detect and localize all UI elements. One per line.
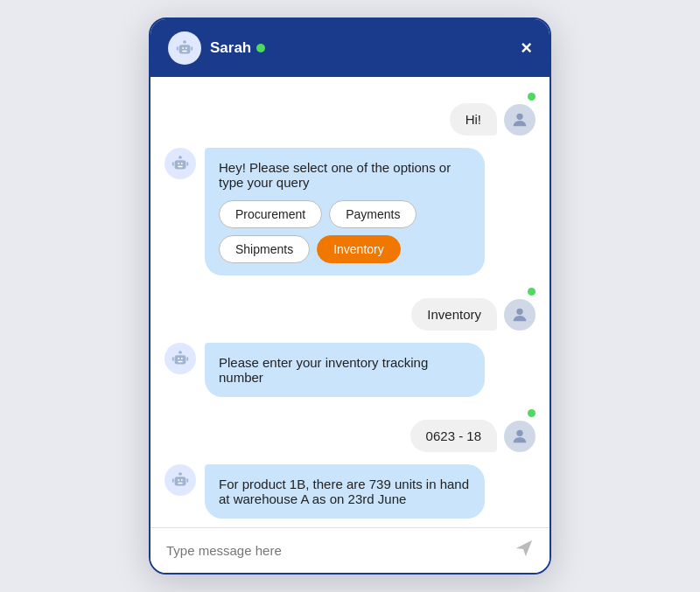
svg-point-26 xyxy=(516,430,522,436)
message-row-user-1: Hi! xyxy=(164,93,536,136)
svg-rect-9 xyxy=(175,160,186,169)
user-avatar-wrap-2 xyxy=(504,288,536,331)
option-buttons: Procurement Payments Shipments Inventory xyxy=(219,200,471,263)
header-left: Sarah xyxy=(168,31,265,65)
user-bubble-1: Hi! xyxy=(450,103,497,136)
svg-rect-11 xyxy=(181,163,183,164)
svg-rect-25 xyxy=(178,361,183,362)
svg-rect-29 xyxy=(181,479,183,481)
chat-header: Sarah × xyxy=(150,19,550,77)
bot-name: Sarah xyxy=(210,39,251,57)
bot-avatar-3 xyxy=(164,464,196,496)
user-bubble-3: 0623 - 18 xyxy=(410,420,497,452)
svg-rect-33 xyxy=(186,478,188,483)
chat-window: Sarah × Hi! xyxy=(149,17,551,575)
send-button[interactable] xyxy=(514,539,534,562)
svg-rect-7 xyxy=(182,51,187,52)
message-row-user-2: Inventory xyxy=(164,288,536,331)
online-dot-2 xyxy=(528,288,536,296)
svg-rect-31 xyxy=(180,472,181,474)
chat-input-area xyxy=(150,527,550,573)
option-procurement[interactable]: Procurement xyxy=(219,200,322,228)
svg-rect-18 xyxy=(175,355,186,364)
svg-rect-19 xyxy=(178,358,179,359)
bot-avatar-1 xyxy=(164,148,196,179)
message-row-user-3: 0623 - 18 xyxy=(164,409,536,452)
svg-point-8 xyxy=(516,114,522,120)
option-payments[interactable]: Payments xyxy=(329,200,416,228)
svg-rect-24 xyxy=(186,357,188,361)
close-button[interactable]: × xyxy=(521,38,532,58)
svg-rect-16 xyxy=(178,166,183,167)
message-row-bot-2: Please enter your inventory tracking num… xyxy=(164,343,536,397)
svg-rect-4 xyxy=(185,40,186,42)
header-name-wrap: Sarah xyxy=(210,39,265,57)
chat-body: Hi! xyxy=(150,77,550,527)
option-inventory[interactable]: Inventory xyxy=(317,235,401,263)
send-icon xyxy=(514,539,534,562)
bot-bubble-3: For product 1B, there are 739 units in h… xyxy=(205,464,485,519)
svg-rect-14 xyxy=(172,162,174,166)
svg-rect-6 xyxy=(191,46,192,51)
user-avatar-3 xyxy=(504,421,536,452)
user-avatar-1 xyxy=(504,104,536,136)
svg-rect-34 xyxy=(178,483,183,484)
user-avatar-wrap-3 xyxy=(504,409,536,452)
user-avatar-2 xyxy=(504,299,536,331)
bot-avatar-header xyxy=(168,31,201,65)
svg-rect-32 xyxy=(172,478,174,483)
svg-point-17 xyxy=(516,309,522,315)
svg-rect-5 xyxy=(177,46,178,51)
online-dot-3 xyxy=(528,409,536,417)
svg-rect-23 xyxy=(172,357,174,361)
user-bubble-2: Inventory xyxy=(411,298,497,331)
bot-message-text-2: Please enter your inventory tracking num… xyxy=(219,355,428,385)
bot-avatar-2 xyxy=(164,343,196,374)
message-row-bot-3: For product 1B, there are 739 units in h… xyxy=(164,464,536,519)
option-shipments[interactable]: Shipments xyxy=(219,235,310,263)
svg-rect-15 xyxy=(186,162,188,166)
svg-rect-27 xyxy=(175,477,186,485)
user-avatar-wrap-1 xyxy=(504,93,536,136)
svg-rect-13 xyxy=(180,156,181,157)
online-dot-1 xyxy=(528,93,536,101)
bot-bubble-2: Please enter your inventory tracking num… xyxy=(205,343,485,397)
bot-bubble-1: Hey! Please select one of the options or… xyxy=(205,148,485,275)
svg-rect-20 xyxy=(181,358,183,359)
chat-input[interactable] xyxy=(166,543,506,558)
svg-rect-10 xyxy=(178,163,179,164)
svg-rect-0 xyxy=(179,45,191,53)
bot-message-text-3: For product 1B, there are 739 units in h… xyxy=(219,477,469,506)
online-indicator-header xyxy=(256,44,265,52)
message-row-bot-1: Hey! Please select one of the options or… xyxy=(164,148,536,275)
svg-rect-2 xyxy=(186,47,187,49)
svg-rect-1 xyxy=(182,47,184,49)
svg-rect-28 xyxy=(178,479,179,481)
bot-message-text-1: Hey! Please select one of the options or… xyxy=(219,160,451,190)
svg-rect-22 xyxy=(180,351,181,352)
